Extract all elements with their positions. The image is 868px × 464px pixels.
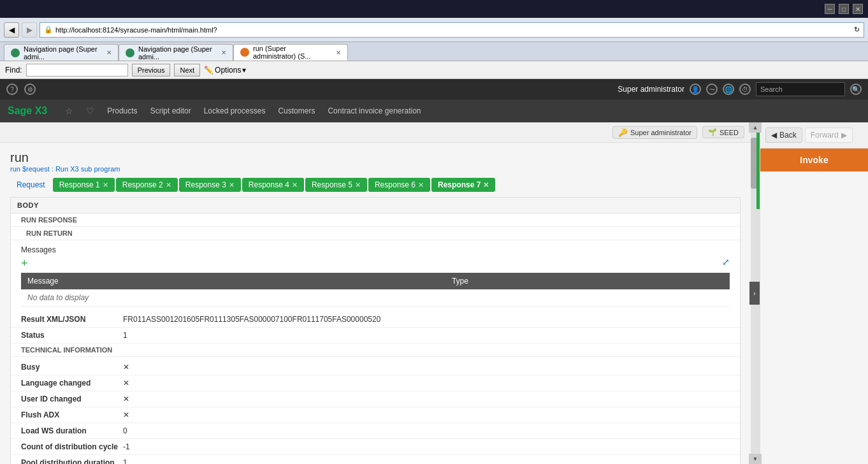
nav-customers[interactable]: Customers — [278, 106, 315, 115]
help-icon[interactable]: ? — [6, 83, 18, 95]
busy-value: ✕ — [123, 363, 730, 372]
tab-response3-close[interactable]: ✕ — [229, 181, 235, 189]
load-ws-value: 0 — [123, 426, 730, 435]
tab-response7[interactable]: Response 7 ✕ — [431, 178, 495, 192]
browser-tab-3[interactable]: run (Super administrator) (S... ✕ — [233, 44, 348, 61]
find-input[interactable] — [26, 64, 128, 76]
tab-response2[interactable]: Response 2 ✕ — [116, 178, 178, 192]
settings-icon[interactable]: ⚙ — [24, 83, 36, 95]
tab-response5[interactable]: Response 5 ✕ — [305, 178, 367, 192]
count-distrib-value: -1 — [123, 442, 730, 451]
find-options-button[interactable]: ✏️ Options ▾ — [204, 66, 246, 75]
back-arrow-icon: ◀ — [771, 131, 777, 140]
nav-contract-invoice[interactable]: Contract invoice generation — [328, 106, 421, 115]
nav-locked-processes[interactable]: Locked processes — [204, 106, 266, 115]
green-scroll-indicator — [756, 133, 760, 209]
lock-icon: 🔒 — [44, 25, 53, 34]
run-response-header: RUN RESPONSE — [11, 214, 740, 227]
tab-response6-close[interactable]: ✕ — [418, 181, 424, 189]
tab-favicon-1 — [11, 48, 20, 57]
technical-header: TECHNICAL INFORMATION — [11, 344, 740, 357]
tab-request[interactable]: Request — [10, 178, 52, 192]
tab-label-2: Navigation page (Super admi... — [138, 45, 215, 61]
tab-response3[interactable]: Response 3 ✕ — [179, 178, 241, 192]
refresh-icon[interactable]: ↻ — [854, 25, 860, 34]
tab-response6[interactable]: Response 6 ✕ — [368, 178, 430, 192]
browser-tab-1[interactable]: Navigation page (Super admi... ✕ — [4, 44, 119, 61]
count-distrib-row: Count of distribution cycle -1 — [11, 439, 740, 455]
address-bar[interactable]: 🔒 ↻ — [40, 22, 864, 38]
search-icon[interactable]: 🔍 — [850, 83, 862, 95]
app-header-top: ? ⚙ Super administrator 👤 ⤳ 🌐 ⏱ Search 🔍 — [0, 79, 868, 99]
expand-btn[interactable]: ⤢ — [722, 257, 730, 270]
user-icon[interactable]: 👤 — [690, 83, 701, 95]
logout-icon[interactable]: ⤳ — [706, 83, 718, 95]
user-id-changed-row: User ID changed ✕ — [11, 391, 740, 407]
search-box[interactable]: Search — [756, 82, 845, 96]
back-nav-btn[interactable]: ◀ — [4, 22, 19, 38]
star-icon[interactable]: ☆ — [65, 106, 73, 116]
language-changed-value: ✕ — [123, 379, 730, 388]
count-distrib-label: Count of distribution cycle — [21, 442, 123, 451]
close-btn[interactable]: ✕ — [853, 4, 863, 14]
col-type: Type — [445, 273, 730, 289]
globe-icon[interactable]: 🌐 — [723, 83, 734, 95]
tab-close-2[interactable]: ✕ — [221, 49, 226, 56]
tab-response1[interactable]: Response 1 ✕ — [53, 178, 115, 192]
nav-script-editor[interactable]: Script editor — [150, 106, 191, 115]
forward-nav-btn[interactable]: ▶ — [22, 22, 37, 38]
body-content: BODY RUN RESPONSE RUN RETURN Messages + … — [10, 197, 741, 464]
page-header: run run $request : Run X3 sub program — [0, 143, 751, 178]
response-tabs: Request Response 1 ✕ Response 2 ✕ Respon… — [0, 178, 751, 192]
clock-icon[interactable]: ⏱ — [739, 83, 751, 95]
tab-response4-label: Response 4 — [249, 180, 289, 189]
browser-tab-2[interactable]: Navigation page (Super admi... ✕ — [119, 44, 233, 61]
language-changed-row: Language changed ✕ — [11, 375, 740, 391]
heart-icon[interactable]: ♡ — [86, 106, 94, 116]
back-fwd-bar: ◀ Back Forward ▶ — [760, 122, 868, 149]
tab-close-1[interactable]: ✕ — [106, 49, 112, 56]
collapse-panel-btn[interactable]: › — [749, 282, 760, 305]
admin-label: Super administrator — [630, 129, 691, 136]
tab-response5-close[interactable]: ✕ — [355, 181, 361, 189]
scrollbar[interactable]: ▲ ▼ › — [751, 122, 760, 464]
tab-response1-close[interactable]: ✕ — [103, 181, 108, 189]
address-input[interactable] — [55, 26, 851, 34]
header-left-icons: ? ⚙ — [6, 83, 36, 95]
run-return-header: RUN RETURN — [11, 227, 740, 240]
tab-label-3: run (Super administrator) (S... — [253, 45, 329, 60]
flush-adx-row: Flush ADX ✕ — [11, 407, 740, 423]
search-placeholder: Search — [760, 85, 783, 93]
minimize-btn[interactable]: ─ — [825, 4, 835, 14]
load-ws-row: Load WS duration 0 — [11, 423, 740, 439]
side-actions-panel: ◀ Back Forward ▶ Invoke — [760, 122, 868, 464]
browser-titlebar: ─ □ ✕ — [0, 0, 868, 18]
tab-response2-close[interactable]: ✕ — [166, 181, 171, 189]
app-logo: Sage X3 — [8, 105, 47, 117]
add-message-btn[interactable]: + — [21, 257, 28, 270]
tab-response7-label: Response 7 — [438, 180, 481, 189]
tab-close-3[interactable]: ✕ — [336, 49, 341, 56]
find-previous-button[interactable]: Previous — [132, 64, 171, 76]
restore-btn[interactable]: □ — [839, 4, 849, 14]
tab-response7-close[interactable]: ✕ — [483, 181, 489, 189]
find-next-button[interactable]: Next — [174, 64, 200, 76]
pool-distrib-row: Pool distribution duration 1 — [11, 455, 740, 464]
scroll-up-btn[interactable]: ▲ — [749, 122, 762, 133]
find-bar: Find: Previous Next ✏️ Options ▾ — [0, 61, 868, 79]
nav-products[interactable]: Products — [107, 106, 137, 115]
tab-response4-close[interactable]: ✕ — [292, 181, 298, 189]
tab-response2-label: Response 2 — [122, 180, 163, 189]
tab-response4[interactable]: Response 4 ✕ — [242, 178, 304, 192]
busy-label: Busy — [21, 363, 123, 372]
back-button[interactable]: ◀ Back — [765, 127, 802, 143]
forward-arrow-icon: ▶ — [841, 131, 847, 140]
tab-response6-label: Response 6 — [375, 180, 416, 189]
no-data-cell: No data to display — [21, 289, 730, 307]
result-xml-row: Result XML/JSON FR011ASS001201605FR01113… — [11, 312, 740, 328]
scroll-down-btn[interactable]: ▼ — [749, 454, 762, 464]
body-section-header: BODY — [11, 198, 740, 214]
invoke-button[interactable]: Invoke — [760, 149, 868, 171]
tab-label-1: Navigation page (Super admi... — [24, 45, 100, 61]
breadcrumb[interactable]: run $request : Run X3 sub program — [10, 165, 741, 173]
